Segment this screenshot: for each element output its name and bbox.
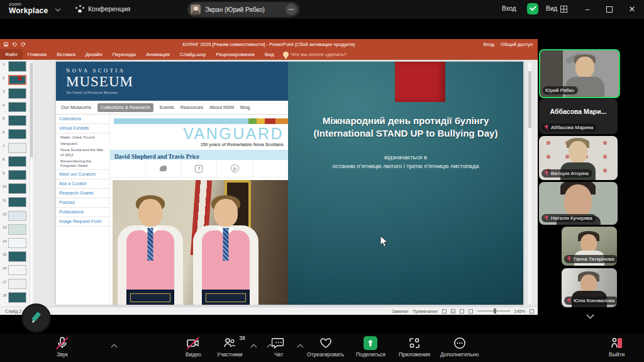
share-screen-icon [364, 336, 377, 350]
fit-to-window-icon[interactable] [530, 309, 534, 314]
social-share-bar: f p [110, 160, 288, 178]
meeting-icon [75, 4, 84, 13]
nav-about-nsm: About NSM [209, 105, 234, 110]
share-screen-button[interactable]: Поделиться [356, 336, 386, 358]
logo-line2: MUSEUM [66, 74, 133, 89]
video-button[interactable]: Видео [186, 336, 201, 358]
participants-panel: Юрий Рябко Аббасова Мари... Аббасова Мар… [538, 19, 644, 334]
zoom-slider[interactable] [477, 310, 510, 312]
social-cell [253, 160, 288, 177]
chat-icon [272, 336, 286, 350]
thumbnail-scrollbar[interactable] [30, 61, 33, 305]
participant-name-label: Вікторія Аторіна [541, 169, 592, 178]
participant-tile-video-off[interactable]: Аббасова Мари... Аббасова Марина [539, 99, 618, 134]
participant-tile[interactable]: Юлія Коновалова [562, 268, 617, 307]
red-accent-rectangle [395, 62, 445, 102]
participant-tile[interactable]: Ганна Татарінова [562, 227, 617, 266]
participant-name-label: Ганна Татарінова [564, 255, 617, 263]
minimize-button[interactable]: – [582, 4, 593, 15]
nav-events: Events [160, 105, 174, 110]
sidebar-link: Collections [56, 115, 109, 124]
comments-button[interactable]: Примечания [413, 309, 437, 314]
mic-muted-icon [544, 215, 549, 221]
scroll-more-participants-button[interactable] [569, 310, 609, 320]
tab-design[interactable]: Дизайн [80, 49, 108, 60]
mic-muted-icon [567, 256, 572, 262]
chat-button[interactable]: Чат [272, 336, 286, 358]
social-cell [110, 160, 146, 177]
vanguard-heading: VANGUARD 150 years of Remarkable Nova Sc… [114, 126, 284, 147]
participant-tile[interactable]: Вікторія Аторіна [539, 136, 618, 180]
tab-insert[interactable]: Вставка [52, 49, 80, 60]
sidebar-link: Policies [56, 198, 109, 208]
slide-title-line2: (International STAND UP to Bullying Day) [288, 127, 523, 140]
annotation-pencil-button[interactable] [23, 305, 50, 332]
sidebar-sublink: Vanguard [56, 140, 109, 146]
audio-options-chevron[interactable] [111, 342, 117, 349]
sidebar-sublink: Nova Scotia and the War of 1812 [56, 146, 109, 157]
ppt-signin-button[interactable]: Вход [484, 42, 494, 47]
zoom-workplace-logo: zoom Workplace [9, 2, 48, 14]
heart-icon [319, 336, 333, 350]
boy-right [193, 199, 258, 305]
tab-review[interactable]: Рецензирование [211, 49, 260, 60]
security-shield-icon[interactable] [527, 3, 538, 14]
zoom-bottom-toolbar: Звук Видео 38 Участники Чат Отреагироват… [0, 334, 644, 362]
tab-slideshow[interactable]: Слайд-шоу [175, 49, 211, 60]
slide-sorter-icon[interactable] [451, 309, 455, 314]
article-title-banner: David Shepherd and Travis Price [110, 150, 288, 160]
powerpoint-status-bar: Слайд 2 из 18 Заметки Примечания 145% [0, 307, 538, 315]
slideshow-icon[interactable] [469, 309, 473, 314]
leave-meeting-button[interactable]: Выйти [609, 336, 625, 358]
meeting-label: Конференция [88, 5, 130, 13]
tab-transitions[interactable]: Переходы [108, 49, 142, 60]
mic-muted-icon [55, 336, 69, 350]
powerpoint-window: БУЛІНГ 2025 [Режим совместимости] - Powe… [0, 39, 538, 315]
more-button[interactable]: Дополнительно [440, 336, 479, 358]
pinterest-icon: p [217, 160, 253, 177]
color-strip [114, 118, 288, 124]
tab-meeting[interactable]: Конференция [75, 4, 130, 13]
pencil-icon [28, 310, 44, 326]
sidebar-sublink: Made, Used, Found [56, 133, 109, 140]
ribbon-tabs: Файл Главная Вставка Дизайн Переходы Ани… [0, 49, 538, 60]
chevron-down-icon[interactable] [55, 6, 60, 11]
more-options-icon[interactable] [286, 4, 297, 15]
website-screenshot: NOVA SCOTIA MUSEUM The Family of Provinc… [56, 62, 288, 305]
tab-home[interactable]: Главная [23, 49, 52, 60]
tab-view[interactable]: Вид [260, 49, 279, 60]
normal-view-icon[interactable] [442, 309, 447, 314]
twitter-icon [146, 160, 182, 177]
vanguard-subtitle: 150 years of Remarkable Nova Scotians [114, 142, 284, 147]
logo-tagline: The Family of Provincial Museums [66, 91, 133, 94]
close-button[interactable]: ✕ [626, 4, 638, 15]
maximize-button[interactable] [604, 4, 615, 15]
slide-scrollbar[interactable] [527, 62, 533, 305]
video-options-chevron[interactable] [250, 342, 257, 349]
tab-screen-share[interactable]: Экран (Юрий Рябко) [187, 2, 299, 17]
powerpoint-title-bar: БУЛІНГ 2025 [Режим совместимости] - Powe… [0, 39, 538, 49]
participant-name-label: Юрий Рябко [543, 86, 578, 94]
participant-display-name: Аббасова Мари... [539, 108, 618, 115]
view-button[interactable]: Вид [546, 5, 567, 12]
signin-button[interactable]: Вход [502, 5, 516, 12]
chat-options-chevron[interactable] [297, 342, 303, 349]
apps-button[interactable]: Приложения [399, 336, 430, 358]
notes-button[interactable]: Заметки [392, 309, 408, 314]
tell-me-search[interactable]: Что вы хотите сделать? [283, 52, 347, 57]
participants-button[interactable]: 38 Участники [217, 336, 243, 358]
maximize-icon [606, 6, 613, 13]
tab-file[interactable]: Файл [0, 49, 23, 60]
photo-two-boys-pink-shirts [113, 180, 288, 305]
article-title: David Shepherd and Travis Price [110, 154, 199, 160]
reading-view-icon[interactable] [460, 309, 464, 314]
ppt-share-button[interactable]: Общий доступ [501, 42, 533, 47]
react-button[interactable]: Отреагировать [307, 336, 344, 358]
participant-tile[interactable]: Наталія Кучерява [539, 182, 618, 225]
participant-tile-active-speaker[interactable]: Юрий Рябко [539, 49, 620, 98]
audio-button[interactable]: Звук [55, 336, 69, 358]
tab-animations[interactable]: Анимация [141, 49, 175, 60]
mic-muted-icon [544, 125, 549, 130]
facebook-icon: f [182, 160, 218, 177]
zoom-level[interactable]: 145% [514, 309, 525, 314]
